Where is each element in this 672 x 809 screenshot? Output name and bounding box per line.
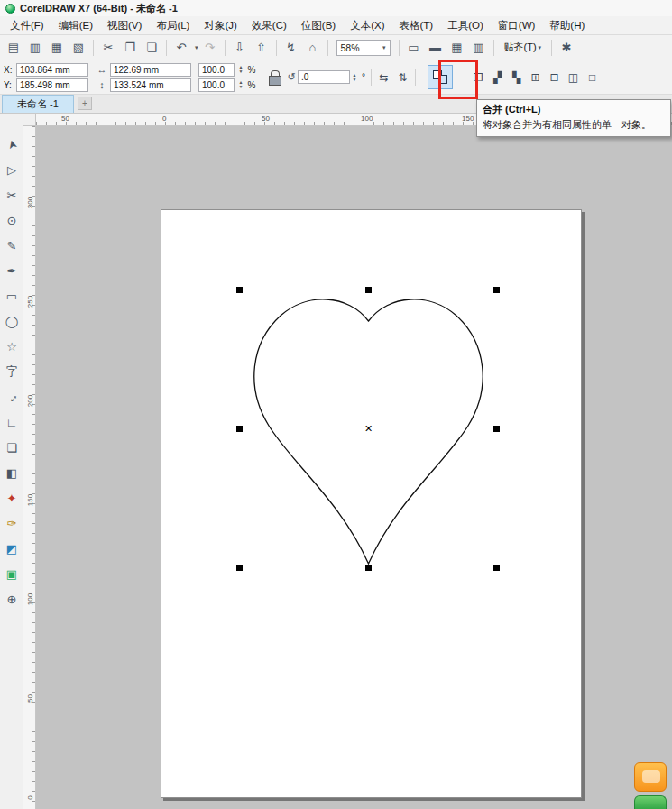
smart-fill-tool[interactable]: ▣: [2, 561, 22, 586]
menu-effects[interactable]: 效果(C): [244, 17, 294, 34]
selection-center-mark[interactable]: ✕: [364, 423, 373, 435]
weld-button[interactable]: ▞: [488, 67, 507, 87]
menu-tools[interactable]: 工具(O): [440, 17, 491, 34]
floating-hint-badge-green[interactable]: [634, 795, 667, 809]
spinner[interactable]: ▲ ▼: [236, 80, 245, 89]
pick-tool[interactable]: ➤: [2, 132, 22, 157]
simplify-button[interactable]: ⊟: [545, 67, 564, 87]
y-position-field[interactable]: 185.498 mm: [16, 78, 88, 92]
selection-handle[interactable]: [236, 565, 243, 571]
snap-to-label: 贴齐(T): [504, 41, 537, 54]
spinner[interactable]: ▲ ▼: [236, 65, 245, 74]
zoom-level-select[interactable]: 58% ▾: [336, 40, 391, 56]
toolbar-separator: [166, 40, 167, 56]
application-launcher-button[interactable]: ↯: [281, 38, 301, 58]
copy-button[interactable]: ❐: [120, 38, 140, 58]
toolbox: ➤ ▷ ✂ ⊙ ✎ ✒ ▭ ◯ ☆ 字 ↔ ∟ ❏ ◧ ✦ ✑ ◩ ▣ ⊕: [0, 114, 23, 809]
connector-tool[interactable]: ∟: [2, 409, 22, 435]
new-document-button[interactable]: ▤: [4, 38, 23, 58]
export-button[interactable]: ⇧: [252, 38, 272, 58]
object-width-field[interactable]: 122.69 mm: [110, 63, 191, 77]
percent-sign: %: [247, 80, 256, 90]
toolbar-separator: [399, 40, 400, 56]
scale-horizontal-field[interactable]: 100.0: [198, 63, 235, 77]
redo-button[interactable]: ↷: [200, 38, 220, 58]
document-tab-active[interactable]: 未命名 -1: [2, 95, 74, 113]
trim-button[interactable]: ▚: [507, 67, 526, 87]
selection-handle[interactable]: [365, 565, 372, 571]
menu-object[interactable]: 对象(J): [197, 17, 244, 34]
zoom-tool[interactable]: ⊙: [2, 207, 22, 233]
menu-table[interactable]: 表格(T): [392, 17, 441, 34]
zoom-dropdown-caret-icon: ▾: [382, 44, 386, 51]
rectangle-tool[interactable]: ▭: [2, 283, 22, 308]
welcome-screen-button[interactable]: ⌂: [303, 38, 323, 58]
show-grid-button[interactable]: ▦: [447, 38, 467, 58]
selection-handle[interactable]: [493, 426, 500, 432]
open-button[interactable]: ▥: [25, 38, 45, 58]
menu-file[interactable]: 文件(F): [3, 17, 51, 34]
drop-shadow-tool[interactable]: ❏: [2, 435, 22, 460]
ellipse-tool[interactable]: ◯: [2, 308, 22, 334]
new-tab-button[interactable]: +: [78, 97, 92, 110]
menu-help[interactable]: 帮助(H): [542, 17, 592, 34]
selection-handle[interactable]: [493, 287, 500, 293]
selection-handle[interactable]: [236, 426, 243, 432]
dimension-tool[interactable]: ↔: [2, 384, 22, 409]
polygon-tool[interactable]: ☆: [2, 334, 22, 359]
shape-tool[interactable]: ▷: [2, 157, 22, 182]
coreldraw-window: CorelDRAW X7 (64-Bit) - 未命名 -1 文件(F) 编辑(…: [0, 0, 672, 809]
menu-text[interactable]: 文本(X): [343, 17, 391, 34]
selection-handle[interactable]: [236, 287, 243, 293]
import-button[interactable]: ⇩: [230, 38, 250, 58]
selected-object[interactable]: ✕: [240, 290, 497, 568]
ruler-label: 50: [26, 693, 34, 705]
tooltip: 合并 (Ctrl+L) 将对象合并为有相同属性的单一对象。: [476, 99, 671, 137]
save-button[interactable]: ▦: [47, 38, 67, 58]
lock-ratio-button[interactable]: [267, 70, 281, 85]
mirror-horizontal-button[interactable]: ⇆: [374, 67, 393, 87]
options-button[interactable]: ✱: [557, 38, 576, 58]
vertical-ruler[interactable]: 300 250 200 150 100 50 0: [23, 126, 36, 809]
outline-pen-tool[interactable]: ✑: [2, 510, 22, 536]
interactive-fill-tool[interactable]: ◩: [2, 536, 22, 561]
cut-button[interactable]: ✂: [98, 38, 118, 58]
mirror-vertical-button[interactable]: ⇅: [393, 67, 412, 87]
ruler-label: 0: [26, 792, 34, 804]
intersect-button[interactable]: ⊞: [526, 67, 545, 87]
ruler-origin-corner[interactable]: [23, 114, 36, 126]
freehand-tool[interactable]: ✎: [2, 233, 22, 258]
snap-to-dropdown[interactable]: 贴齐(T) ▾: [499, 41, 548, 54]
create-boundary-button[interactable]: □: [583, 67, 602, 87]
show-guidelines-button[interactable]: ▥: [469, 38, 489, 58]
menu-layout[interactable]: 布局(L): [149, 17, 197, 34]
undo-dropdown-caret-icon[interactable]: ▾: [195, 44, 198, 51]
drawing-canvas[interactable]: ✕: [36, 126, 672, 809]
ruler-label: 0: [162, 115, 166, 123]
transparency-tool[interactable]: ◧: [2, 460, 22, 485]
floating-hint-badge-orange[interactable]: [634, 762, 667, 792]
menu-view[interactable]: 视图(V): [100, 17, 149, 34]
paste-button[interactable]: ❏: [142, 38, 161, 58]
crop-tool[interactable]: ✂: [2, 182, 22, 207]
rotation-angle-field[interactable]: .0: [298, 70, 350, 84]
spinner[interactable]: ▲ ▼: [350, 73, 359, 82]
scale-vertical-field[interactable]: 100.0: [198, 78, 235, 92]
menu-bitmaps[interactable]: 位图(B): [294, 17, 343, 34]
x-position-field[interactable]: 103.864 mm: [16, 63, 88, 77]
menu-edit[interactable]: 编辑(E): [51, 17, 100, 34]
text-tool[interactable]: 字: [2, 359, 22, 384]
fullscreen-preview-button[interactable]: ▭: [404, 38, 424, 58]
remove-front-button[interactable]: ◫: [564, 67, 583, 87]
color-eyedropper-tool[interactable]: ✦: [2, 485, 22, 510]
undo-button[interactable]: ↶: [171, 38, 191, 58]
menu-window[interactable]: 窗口(W): [491, 17, 543, 34]
artistic-media-tool[interactable]: ✒: [2, 258, 22, 283]
show-rulers-button[interactable]: ▬: [426, 38, 446, 58]
selection-handle[interactable]: [493, 565, 500, 571]
propbar-separator: [371, 69, 372, 86]
selection-handle[interactable]: [365, 287, 372, 293]
object-height-field[interactable]: 133.524 mm: [110, 78, 191, 92]
print-button[interactable]: ▧: [69, 38, 88, 58]
add-tool-button[interactable]: ⊕: [2, 586, 22, 611]
